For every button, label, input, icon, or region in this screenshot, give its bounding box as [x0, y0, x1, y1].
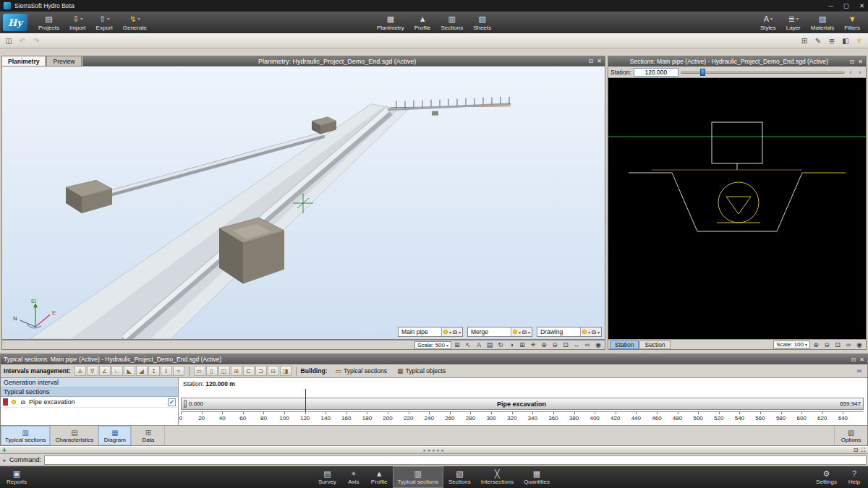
button-typical-sections[interactable]: ▭Typical sections	[331, 366, 391, 377]
button-projects[interactable]: ▤Projects	[33, 12, 64, 33]
button-diagram[interactable]: ▦Diagram	[98, 426, 132, 445]
button-profile[interactable]: ▲Profile	[409, 12, 436, 33]
visibility-bulb-icon[interactable]	[513, 330, 517, 334]
dropdown-caret-icon[interactable]: ▾	[519, 330, 521, 335]
copy-interval-icon[interactable]: ▭	[194, 366, 205, 376]
extend-interval-icon[interactable]: ⊏	[243, 366, 255, 376]
window-minimize-button[interactable]: ─	[829, 2, 833, 9]
button-characteristics[interactable]: ▤Characteristics	[51, 426, 98, 445]
tab-options[interactable]: ▧ Options	[834, 426, 867, 445]
mirror-interval-icon[interactable]: ◨	[280, 366, 292, 376]
save-icon[interactable]: ◫	[2, 35, 15, 47]
panel-maximize-icon[interactable]: ⊡	[851, 356, 856, 363]
button-intersections[interactable]: ╳Intersections	[476, 466, 519, 488]
level-icon[interactable]: ≈	[173, 366, 184, 376]
button-axis[interactable]: ⌖Axis	[341, 466, 366, 488]
zoom-out-icon[interactable]: ⊖	[822, 341, 832, 349]
table-icon[interactable]: ⊞	[798, 35, 811, 47]
lock-icon[interactable]	[592, 330, 596, 334]
item-checkbox[interactable]: ✓	[168, 398, 176, 406]
list-row-typical-sections[interactable]: Typical sections	[1, 388, 178, 397]
panel-close-icon[interactable]: ✕	[858, 59, 863, 65]
dropdown-caret-icon[interactable]: ▾	[528, 330, 530, 335]
expand-panel-icon[interactable]: ⛶	[861, 447, 865, 454]
font-style-icon[interactable]: A	[474, 341, 484, 349]
camera-icon[interactable]: ◉	[593, 341, 603, 349]
zoom-extents-icon[interactable]: ✳	[528, 341, 538, 349]
section-viewport[interactable]	[608, 78, 866, 339]
list-item-pipe-excavation[interactable]: Pipe excavation ✓	[1, 397, 178, 408]
intervals-diagram[interactable]: Station: 120.000 m 0.000 Pipe excavation…	[179, 378, 867, 425]
overlay-selector-drawing[interactable]: Drawing▾▾	[537, 327, 602, 337]
button-export[interactable]: ⇧▾Export	[91, 12, 118, 33]
slider-thumb-icon[interactable]	[700, 69, 705, 76]
typical-sections-titlebar[interactable]: Typical sections: Main pipe (Active) - H…	[1, 354, 867, 364]
move-vertex-icon[interactable]: ∟	[111, 366, 123, 376]
collapse-panel-icon[interactable]: ⊟	[854, 447, 859, 454]
delete-vertex-icon[interactable]: ∠	[99, 366, 111, 376]
table-view-icon[interactable]: ⊞	[517, 341, 527, 349]
dropdown-caret-icon[interactable]: ▾	[449, 330, 451, 335]
trim-interval-icon[interactable]: ⊐	[255, 366, 267, 376]
edit-icon[interactable]: ✎	[812, 35, 825, 47]
zoom-window-icon[interactable]: ⊡	[833, 341, 843, 349]
panel-maximize-icon[interactable]: ⊡	[850, 59, 855, 65]
lower-icon[interactable]: ↧	[161, 366, 172, 376]
interval-start-grip[interactable]	[184, 400, 187, 408]
button-help[interactable]: ?Help	[842, 466, 867, 488]
overlay-selector-main-pipe[interactable]: Main pipe▾▾	[398, 327, 463, 337]
button-typical-sections[interactable]: ▥Typical sections	[1, 426, 51, 445]
offset-interval-icon[interactable]: ⊟	[268, 366, 279, 376]
button-import[interactable]: ⇩▾Import	[64, 12, 91, 33]
station-previous-button[interactable]: ‹	[847, 68, 854, 77]
button-typical-objects[interactable]: ▦Typical objects	[393, 366, 450, 377]
dropdown-caret-icon[interactable]: ▾	[459, 330, 461, 335]
filter-icon[interactable]: ▼	[853, 35, 866, 47]
layers-icon[interactable]: ≣	[825, 35, 838, 47]
dropdown-caret-icon[interactable]: ▾	[588, 330, 590, 335]
link-icon[interactable]: ∞	[854, 367, 864, 375]
button-survey[interactable]: ▤Survey	[313, 466, 341, 488]
tab-section[interactable]: Section	[639, 341, 670, 349]
visibility-bulb-icon[interactable]	[582, 330, 587, 334]
tab-station[interactable]: Station	[610, 341, 639, 349]
split-interval-icon[interactable]: ◫	[218, 366, 230, 376]
planimetry-3d-viewport[interactable]: El E N Main pipe▾▾Merge▾▾Drawing▾▾	[1, 66, 605, 340]
zoom-window-icon[interactable]: ⊡	[561, 341, 571, 349]
station-next-button[interactable]: ›	[856, 68, 864, 77]
add-vertex-icon[interactable]: ∆	[75, 366, 86, 376]
station-marker[interactable]	[305, 389, 306, 411]
zoom-in-icon[interactable]: ⊕	[539, 341, 549, 349]
visibility-bulb-icon[interactable]	[12, 400, 16, 404]
palette-icon[interactable]: ◧	[839, 35, 852, 47]
list-row-generation-interval[interactable]: Generation interval	[1, 378, 178, 388]
zoom-out-icon[interactable]: ⊖	[550, 341, 560, 349]
zoom-in-icon[interactable]: ⊕	[811, 341, 821, 349]
button-styles[interactable]: A▾Styles	[755, 12, 781, 33]
button-sections[interactable]: ▧Sections	[443, 466, 476, 488]
button-typical-sections[interactable]: ▥Typical sections	[393, 466, 443, 488]
button-quantities[interactable]: ▦Quantities	[519, 466, 555, 488]
lock-icon[interactable]	[453, 330, 457, 334]
button-layer[interactable]: ≣▾Layer	[781, 12, 806, 33]
panel-close-icon[interactable]: ✕	[859, 356, 864, 363]
tab-planimetry[interactable]: Planimetry	[1, 56, 46, 66]
section-scale-selector[interactable]: Scale: 100 ▾	[773, 341, 810, 348]
horizontal-splitter[interactable]: + ●●●●● ⊟ ⛶	[0, 446, 868, 454]
camera-icon[interactable]: ◉	[854, 341, 864, 349]
button-sections[interactable]: ▥Sections	[435, 12, 468, 33]
window-close-button[interactable]: ✕	[859, 2, 864, 9]
link-icon[interactable]: ∞	[843, 341, 854, 349]
lock-icon[interactable]	[21, 401, 25, 404]
insert-vertex-icon[interactable]: ∇	[87, 366, 98, 376]
visibility-bulb-icon[interactable]	[443, 330, 448, 334]
interval-bar[interactable]: 0.000 Pipe excavation 659.947	[181, 398, 864, 410]
expand-icon[interactable]: +	[2, 447, 7, 453]
link-icon[interactable]: ∞	[582, 341, 592, 349]
slope-right-icon[interactable]: ◢	[136, 366, 148, 376]
splitter-grip-icon[interactable]: ●●●●●	[422, 448, 445, 453]
paste-interval-icon[interactable]: ▯	[206, 366, 218, 376]
command-input[interactable]	[44, 455, 867, 465]
merge-interval-icon[interactable]: ⊞	[231, 366, 242, 376]
button-data[interactable]: ⊞Data	[132, 426, 165, 445]
